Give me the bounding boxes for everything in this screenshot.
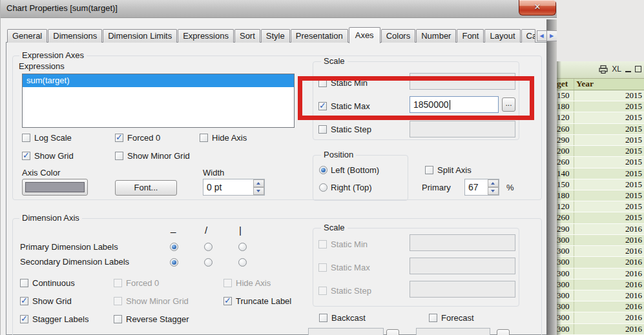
table-row[interactable]: 2602015 [557,212,644,223]
hide-axis-checkbox[interactable] [200,134,208,142]
show-minor-grid-checkbox[interactable] [115,152,123,160]
table-row[interactable]: 3002016 [557,301,644,312]
static-step-input[interactable] [410,121,515,137]
tab-number[interactable]: Number [416,29,456,43]
font-button[interactable]: Font... [115,180,177,196]
static-max-browse-button[interactable]: ... [502,97,515,112]
forced-0-label: Forced 0 [127,133,160,143]
excel-export-icon[interactable]: XL [612,65,621,74]
tab-colors[interactable]: Colors [381,29,416,43]
table-row[interactable]: 2902015 [557,135,644,146]
tab-font[interactable]: Font [457,29,484,43]
tab-layout[interactable]: Layout [484,29,520,43]
table-caption-bar[interactable]: XL [557,61,644,79]
close-button[interactable]: ✕ [519,0,556,15]
tab-style[interactable]: Style [261,29,290,43]
dim-static-max-input [410,258,515,274]
expressions-listbox[interactable]: sum(target) [22,74,295,128]
truncate-label-checkbox[interactable] [223,297,232,305]
minimize-icon[interactable] [625,66,631,72]
table-row[interactable]: 1402015 [557,168,644,179]
print-icon[interactable] [599,65,608,74]
forecast-checkbox[interactable] [429,314,437,322]
text-caret [450,100,450,110]
table-row[interactable]: 2602015 [557,157,644,168]
static-min-input[interactable] [410,73,515,90]
tab-presentation[interactable]: Presentation [291,29,348,43]
target-cell: 180 [557,101,574,112]
forced-0-checkbox[interactable] [115,134,123,142]
tab-scroll-left-button[interactable]: ◀ [537,30,547,41]
tab-axes[interactable]: Axes [349,27,380,43]
table-row[interactable]: 2602015 [557,124,644,135]
tab-dimension-limits[interactable]: Dimension Limits [103,29,177,43]
expression-list-item-selected[interactable]: sum(target) [23,74,294,87]
axis-color-swatch-button[interactable] [22,179,88,196]
width-spin-up-button[interactable] [253,179,264,187]
stagger-labels-checkbox[interactable] [20,315,28,323]
table-row[interactable]: 1202015 [557,201,644,212]
primary-spin-down-button[interactable] [488,187,499,195]
titlebar[interactable]: Chart Properties [sum(target)] ✕ [1,0,557,18]
forecast-input[interactable] [416,328,490,335]
target-column-header[interactable]: get [557,79,574,90]
width-spinner[interactable]: 0 pt [203,179,265,196]
split-axis-checkbox[interactable] [425,166,433,174]
year-column-header[interactable]: Year [574,79,644,90]
static-max-checkbox[interactable] [318,102,327,110]
table-row[interactable]: 3002016 [557,235,644,246]
table-row[interactable]: 1802015 [557,190,644,201]
table-row[interactable]: 3002016 [557,279,644,290]
table-row[interactable]: 2902016 [557,224,644,235]
target-cell: 120 [557,112,574,123]
left-bottom-radio[interactable] [319,166,327,174]
secondary-dim-slash-radio[interactable] [204,258,213,267]
table-row[interactable]: 3002016 [557,324,644,335]
backcast-browse-button[interactable] [386,329,399,335]
static-max-input[interactable]: 1850000 [410,96,499,113]
table-row[interactable]: 3002016 [557,312,644,323]
show-grid-checkbox[interactable] [22,152,30,160]
backcast-input[interactable] [308,328,384,335]
table-row[interactable]: 1502015 [557,90,644,101]
secondary-dim-underscore-radio[interactable] [170,258,178,267]
tab-scroll-right-button[interactable]: ▶ [547,30,557,41]
table-row[interactable]: 1202015 [557,112,644,123]
tab-caption-truncated[interactable]: Ca [521,29,535,43]
table-row[interactable]: 3002016 [557,269,644,279]
right-top-radio[interactable] [319,183,327,192]
width-spin-down-button[interactable] [253,187,264,195]
tab-expressions[interactable]: Expressions [178,29,234,43]
log-scale-checkbox[interactable] [22,134,30,142]
forecast-browse-button[interactable] [497,329,510,335]
table-row[interactable]: 3002016 [557,290,644,301]
target-cell: 150 [557,179,574,190]
static-min-checkbox[interactable] [318,79,327,87]
table-row[interactable]: 2002015 [557,146,644,157]
tab-dimensions[interactable]: Dimensions [48,29,102,43]
table-row[interactable]: 1802015 [557,101,644,112]
tab-general[interactable]: General [7,29,47,43]
dim-static-step-checkbox [318,287,327,295]
reverse-stagger-checkbox[interactable] [114,315,122,323]
primary-dim-underscore-radio[interactable] [170,243,178,251]
secondary-dim-pipe-radio[interactable] [238,258,247,267]
maximize-icon[interactable] [635,66,641,72]
dim-show-grid-checkbox[interactable] [20,297,28,305]
table-row[interactable]: 3002016 [557,257,644,268]
tab-sort[interactable]: Sort [234,29,260,43]
table-row[interactable]: 1502015 [557,179,644,190]
primary-spin-up-button[interactable] [488,179,499,187]
static-step-checkbox[interactable] [318,125,327,134]
dim-hide-axis-label: Hide Axis [236,278,271,288]
truncate-label-label: Truncate Label [236,296,291,306]
primary-percent-spinner[interactable]: 67 [464,179,499,196]
table-row[interactable]: 3002016 [557,246,644,257]
target-cell: 140 [557,168,574,179]
year-cell: 2015 [574,190,644,201]
continuous-checkbox[interactable] [20,279,28,287]
target-cell: 290 [557,135,574,145]
primary-dim-slash-radio[interactable] [204,243,213,251]
backcast-checkbox[interactable] [319,314,327,322]
primary-dim-pipe-radio[interactable] [238,243,247,251]
